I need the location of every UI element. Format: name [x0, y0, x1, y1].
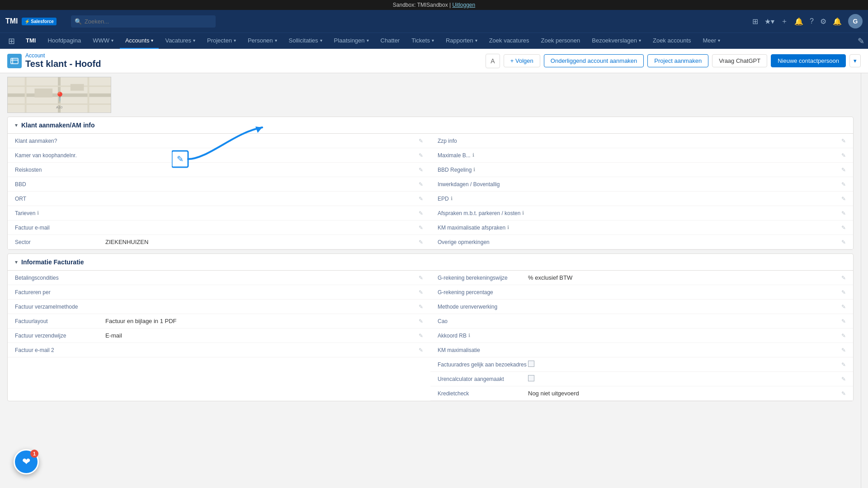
- field-kredietcheck: Kredietcheck Nog niet uitgevoerd ✎: [430, 386, 853, 401]
- edit-factuur-email-2-icon[interactable]: ✎: [419, 347, 423, 353]
- edit-maximale-icon[interactable]: ✎: [841, 152, 846, 159]
- edit-factuur-email-icon[interactable]: ✎: [419, 225, 423, 231]
- parkeren-info-icon[interactable]: ℹ: [522, 210, 524, 216]
- tab-www[interactable]: WWW ▾: [87, 33, 119, 49]
- add-icon[interactable]: ＋: [781, 17, 788, 26]
- ai-button[interactable]: A: [486, 54, 500, 68]
- page-header: Account Test klant - Hoofd A + Volgen On…: [0, 49, 868, 73]
- actions-dropdown-button[interactable]: ▾: [849, 54, 861, 67]
- edit-akkoord-rb-icon[interactable]: ✎: [841, 333, 846, 339]
- tab-zoek-accounts[interactable]: Zoek accounts: [647, 33, 697, 49]
- epd-info-icon[interactable]: ℹ: [451, 196, 453, 202]
- edit-km-max-icon[interactable]: ✎: [841, 225, 846, 231]
- field-value-kredietcheck: Nog niet uitgevoerd: [528, 390, 841, 397]
- edit-factureren-per-icon[interactable]: ✎: [419, 289, 423, 296]
- project-button[interactable]: Project aanmaken: [647, 54, 708, 67]
- edit-zzp-icon[interactable]: ✎: [841, 138, 846, 144]
- new-contact-button[interactable]: Nieuwe contactpersoon: [771, 54, 846, 67]
- edit-overige-icon[interactable]: ✎: [841, 239, 846, 245]
- field-label-betalingscondities: Betalingscondities: [15, 275, 105, 281]
- bell-icon[interactable]: 🔔: [794, 17, 803, 26]
- page-header-left: Account Test klant - Hoofd: [7, 52, 101, 69]
- tab-bezoekverslagen[interactable]: Bezoekverslagen ▾: [586, 33, 646, 49]
- edit-sector-icon[interactable]: ✎: [419, 239, 423, 245]
- tab-meer[interactable]: Meer ▾: [698, 33, 726, 49]
- tab-sollicitaties[interactable]: Sollicitaties ▾: [283, 33, 328, 49]
- apps-icon[interactable]: ⊞: [752, 17, 758, 26]
- salesforce-logo: ⚡ Salesforce: [22, 18, 57, 25]
- chatgpt-button[interactable]: Vraag ChatGPT: [712, 54, 767, 67]
- edit-bbd-icon[interactable]: ✎: [419, 181, 423, 188]
- follow-button[interactable]: + Volgen: [504, 54, 540, 67]
- akkoord-rb-info-icon[interactable]: ℹ: [468, 333, 470, 338]
- maximale-info-icon[interactable]: ℹ: [472, 152, 474, 158]
- edit-factuurlayout-icon[interactable]: ✎: [419, 318, 423, 324]
- edit-g-rekening-ber-icon[interactable]: ✎: [841, 275, 846, 281]
- field-factuuradres: Factuuradres gelijk aan bezoekadres ✎: [430, 357, 853, 372]
- edit-tabs-icon[interactable]: ✎: [858, 36, 864, 46]
- notification-icon[interactable]: 🔔: [833, 17, 842, 26]
- tab-projecten[interactable]: Projecten ▾: [202, 33, 241, 49]
- tab-zoek-vacatures[interactable]: Zoek vacatures: [484, 33, 535, 49]
- edit-tarieven-icon[interactable]: ✎: [419, 210, 423, 216]
- edit-urenverwerking-icon[interactable]: ✎: [841, 304, 846, 310]
- tab-bar: ⊞ TMI Hoofdpagina WWW ▾ Accounts ▾ Vacat…: [0, 33, 868, 49]
- field-label-bbd: BBD: [15, 181, 105, 188]
- tab-accounts[interactable]: Accounts ▾: [120, 33, 159, 49]
- edit-verzamelmethode-icon[interactable]: ✎: [419, 304, 423, 310]
- field-value-urencalculator: [528, 375, 841, 383]
- tab-chatter[interactable]: Chatter: [375, 33, 406, 49]
- bbd-regeling-info-icon[interactable]: ℹ: [473, 167, 475, 173]
- logout-link[interactable]: Uitloggen: [452, 2, 475, 8]
- factuuradres-checkbox[interactable]: [528, 361, 534, 367]
- edit-bbd-regeling-icon[interactable]: ✎: [841, 167, 846, 173]
- avatar[interactable]: G: [848, 14, 863, 28]
- edit-ort-icon[interactable]: ✎: [419, 196, 423, 202]
- klant-section-title: Klant aanmaken/AM info: [21, 122, 95, 129]
- field-klant-aanmaken: Klant aanmaken? ✎: [8, 134, 430, 148]
- tab-vacatures[interactable]: Vacatures ▾: [160, 33, 201, 49]
- field-label-verzendwijze: Factuur verzendwijze: [15, 333, 105, 339]
- fab-button[interactable]: ❤ 1: [14, 449, 39, 474]
- edit-reiskosten-icon[interactable]: ✎: [419, 167, 423, 173]
- edit-urencalculator-icon[interactable]: ✎: [841, 376, 846, 382]
- km-max-info-icon[interactable]: ℹ: [507, 225, 509, 230]
- tab-plaatsingen[interactable]: Plaatsingen ▾: [329, 33, 374, 49]
- edit-g-rekening-perc-icon[interactable]: ✎: [841, 289, 846, 296]
- edit-cao-icon[interactable]: ✎: [841, 318, 846, 324]
- tab-zoek-personen[interactable]: Zoek personen: [536, 33, 586, 49]
- urencalculator-checkbox[interactable]: [528, 375, 534, 381]
- breadcrumb[interactable]: Account: [25, 52, 101, 59]
- edit-klant-aanmaken-icon[interactable]: ✎: [419, 138, 423, 144]
- search-input[interactable]: [71, 15, 216, 28]
- tab-personen[interactable]: Personen ▾: [242, 33, 283, 49]
- sollicitaties-chevron-icon: ▾: [320, 38, 322, 43]
- onderliggend-button[interactable]: Onderliggend account aanmaken: [544, 54, 644, 67]
- edit-epd-icon[interactable]: ✎: [841, 196, 846, 202]
- field-label-km-maximalisatie: KM maximalisatie: [438, 347, 528, 353]
- edit-betalingscondities-icon[interactable]: ✎: [419, 275, 423, 281]
- tab-tickets[interactable]: Tickets ▾: [406, 33, 439, 49]
- apps-grid-icon[interactable]: ⊞: [4, 36, 19, 46]
- edit-factuuradres-icon[interactable]: ✎: [841, 361, 846, 368]
- facturatie-section-body: Betalingscondities ✎ Factureren per ✎ Fa…: [8, 271, 853, 401]
- edit-km-maximalisatie-icon[interactable]: ✎: [841, 347, 846, 353]
- edit-inwerkdagen-icon[interactable]: ✎: [841, 181, 846, 188]
- tab-rapporten[interactable]: Rapporten ▾: [440, 33, 483, 49]
- field-value-factuurlayout: Factuur en bijlage in 1 PDF: [105, 318, 419, 324]
- tab-tmi[interactable]: TMI: [20, 33, 41, 49]
- favorites-icon[interactable]: ★▾: [764, 17, 774, 26]
- field-sector: Sector ZIEKENHUIZEN ✎: [8, 235, 430, 249]
- edit-parkeren-icon[interactable]: ✎: [841, 210, 846, 216]
- gear-icon[interactable]: ⚙: [820, 17, 826, 26]
- field-bbd: BBD ✎: [8, 177, 430, 192]
- map-placeholder: A10 📍: [7, 77, 111, 113]
- edit-kvk-icon[interactable]: ✎: [419, 152, 423, 159]
- klant-section-header[interactable]: ▾ Klant aanmaken/AM info: [8, 117, 853, 134]
- tab-hoofdpagina[interactable]: Hoofdpagina: [42, 33, 86, 49]
- edit-verzendwijze-icon[interactable]: ✎: [419, 333, 423, 339]
- tarieven-info-icon[interactable]: ℹ: [37, 210, 39, 216]
- help-icon[interactable]: ?: [810, 17, 814, 25]
- edit-kredietcheck-icon[interactable]: ✎: [841, 390, 846, 397]
- facturatie-section-header[interactable]: ▾ Informatie Facturatie: [8, 254, 853, 271]
